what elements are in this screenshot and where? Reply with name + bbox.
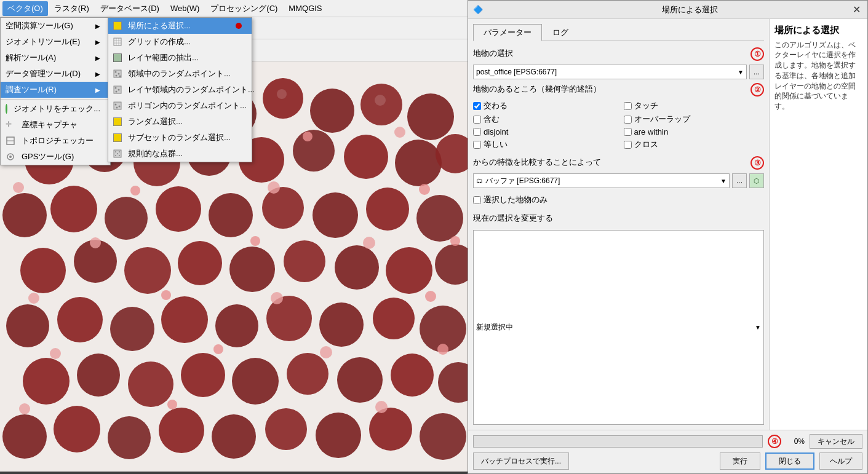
svg-point-106 (119, 76, 121, 77)
menu-item-research[interactable]: 調査ツール(R) ▶ (1, 82, 110, 98)
svg-point-105 (116, 75, 117, 77)
menu-item-spatial[interactable]: 空間演算ツール(G) ▶ (1, 18, 110, 34)
svg-point-48 (128, 361, 173, 407)
submenu-item-random-points-area[interactable]: 領域中のランダムポイント... (108, 66, 252, 82)
svg-point-63 (420, 413, 466, 460)
menu-web[interactable]: Web(W) (165, 2, 204, 15)
menu-item-datamanage[interactable]: データ管理ツール(D) ▶ (1, 66, 110, 82)
annotation-1: ① (751, 47, 764, 61)
svg-point-96 (9, 156, 12, 158)
menu-item-analysis[interactable]: 解析ツール(A) ▶ (1, 50, 110, 66)
compare-green-button[interactable]: ⬡ (749, 173, 764, 188)
cb-intersects[interactable] (473, 102, 481, 110)
svg-point-71 (268, 181, 280, 194)
cb-selected-only[interactable] (473, 196, 481, 204)
menu-item-geometry-label: ジオメトリツール(E) (6, 36, 80, 47)
tab-log[interactable]: ログ (542, 24, 579, 41)
svg-point-112 (115, 104, 117, 106)
menu-raster[interactable]: ラスタ(R) (49, 1, 94, 16)
submenu-item-subset-random-select[interactable]: サブセットのランダム選択... (108, 130, 252, 146)
submenu-item-subset-random-select-label: サブセットのランダム選択... (128, 132, 231, 143)
help-button[interactable]: ヘルプ (819, 452, 862, 470)
compare-ellipsis-button[interactable]: ... (732, 173, 747, 188)
svg-point-39 (110, 307, 154, 351)
annotation-4: ④ (768, 435, 781, 448)
svg-point-44 (373, 298, 415, 339)
geometric-predicate-section: 地物のあるところ（幾何学的述語） ② (473, 83, 764, 97)
menu-item-coord-capture[interactable]: ✛ 座標キャプチャ (1, 117, 110, 133)
menu-processing[interactable]: プロセッシング(C) (205, 1, 282, 16)
cb-touch[interactable] (624, 102, 632, 110)
menu-item-check-label: ジオメトリをチェック... (14, 103, 100, 114)
grid-icon (113, 38, 122, 46)
svg-point-87 (375, 401, 388, 413)
menu-item-spatial-label: 空間演算ツール(G) (6, 20, 73, 31)
cb-overlap[interactable] (624, 116, 632, 124)
svg-point-79 (271, 292, 283, 304)
submenu-item-random-pts-layer-label: レイヤ領域内のランダムポイント... (128, 84, 255, 95)
feature-selection-section: 地物の選択 ① (473, 47, 764, 61)
menu-bar: ベクタ(O) ラスタ(R) データベース(D) Web(W) プロセッシング(C… (0, 0, 468, 17)
menu-item-geometry[interactable]: ジオメトリツール(E) ▶ (1, 34, 110, 50)
feature-ellipsis-button[interactable]: ... (749, 65, 764, 79)
svg-point-32 (229, 247, 275, 292)
svg-point-68 (394, 127, 405, 138)
cb-crosses[interactable] (624, 141, 632, 149)
checkbox-contains: 含む (473, 114, 614, 125)
cb-contains[interactable] (473, 116, 481, 124)
menu-mmqgis[interactable]: MMQGIS (284, 2, 327, 15)
svg-rect-107 (114, 86, 121, 93)
dialog-tab-bar: パラメーター ログ (473, 24, 764, 41)
compare-dropdown-arrow-icon: ▼ (720, 178, 727, 184)
selected-only-row: 選択した地物のみ (473, 194, 764, 205)
svg-point-7 (310, 89, 354, 133)
cancel-small-button[interactable]: キャンセル (810, 434, 862, 449)
close-main-button[interactable]: 閉じる (765, 452, 814, 470)
svg-point-49 (181, 353, 225, 397)
submenu-item-select-location[interactable]: 場所による選択... (108, 18, 252, 34)
svg-point-60 (265, 408, 307, 450)
dialog-titlebar: 🔷 場所による選択 ✕ (468, 1, 867, 19)
random-pts-layer-icon (113, 85, 122, 94)
svg-point-26 (366, 188, 409, 231)
svg-point-109 (118, 89, 120, 91)
research-submenu: 場所による選択... グリッドの作成... レイヤ範囲の抽出... 領域中のラン… (108, 17, 252, 162)
cb-equals[interactable] (473, 141, 481, 149)
run-button[interactable]: 実行 (720, 452, 760, 470)
svg-point-33 (284, 240, 325, 282)
annotation-2: ② (751, 83, 764, 97)
svg-point-41 (215, 304, 258, 347)
gps-icon (6, 152, 15, 162)
random-pts-poly-icon (113, 101, 122, 110)
menu-item-research-label: 調査ツール(R) (6, 84, 57, 95)
menu-item-check-geometry[interactable]: ジオメトリをチェック... (1, 101, 110, 117)
submenu-item-extract-extent[interactable]: レイヤ範囲の抽出... (108, 50, 252, 66)
svg-point-108 (115, 87, 117, 89)
dialog-title-text: 場所による選択 (662, 4, 851, 15)
svg-point-24 (262, 187, 304, 229)
compare-dropdown[interactable]: 🗂 バッファ [EPSG:6677] ▼ (473, 173, 730, 188)
feature-dropdown[interactable]: post_office [EPSG:6677] ▼ (473, 65, 747, 79)
modify-selection-label: 現在の選択を変更する (473, 213, 764, 224)
random-select-icon (113, 117, 122, 126)
submenu-item-random-select[interactable]: ランダム選択... (108, 114, 252, 130)
selection-mode-dropdown[interactable]: 新規選択中 ▼ (473, 230, 764, 425)
menu-item-topology[interactable]: トポロジチェッカー (1, 133, 110, 149)
cb-disjoint[interactable] (473, 128, 481, 136)
tab-parameters[interactable]: パラメーター (473, 24, 542, 41)
batch-process-button[interactable]: バッチプロセスで実行... (473, 452, 569, 470)
submenu-item-create-grid[interactable]: グリッドの作成... (108, 34, 252, 50)
menu-vector[interactable]: ベクタ(O) (2, 1, 48, 16)
compare-dropdown-value: バッファ [EPSG:6677] (485, 176, 720, 186)
svg-point-116 (115, 151, 116, 152)
dialog-close-button[interactable]: ✕ (850, 4, 862, 16)
arrow-icon-active: ▶ (95, 87, 100, 93)
cb-are-within[interactable] (624, 128, 632, 136)
menu-item-gps[interactable]: GPSツール(G) (1, 149, 110, 165)
svg-point-70 (130, 186, 140, 196)
submenu-item-random-points-polygon[interactable]: ポリゴン内のランダムポイント... (108, 98, 252, 114)
menu-database[interactable]: データベース(D) (95, 1, 164, 16)
cb-overlap-label: オーバーラップ (634, 114, 690, 125)
submenu-item-regular-points[interactable]: 規則的な点群... (108, 146, 252, 162)
submenu-item-random-points-layer[interactable]: レイヤ領域内のランダムポイント... (108, 82, 252, 98)
